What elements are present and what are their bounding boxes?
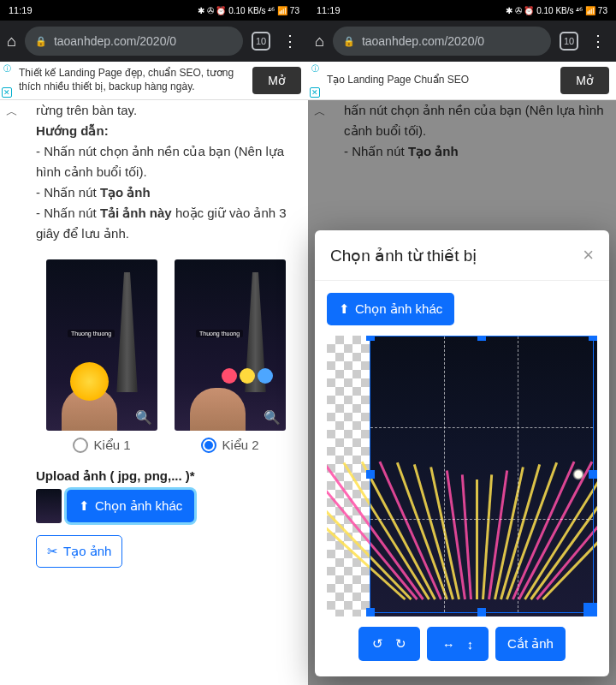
radio-checked-icon[interactable] xyxy=(201,438,216,453)
crop-handle[interactable] xyxy=(589,470,597,479)
crop-handle[interactable] xyxy=(477,608,486,616)
rotate-right-icon: ↻ xyxy=(395,636,406,652)
create-image-button[interactable]: ✂ Tạo ảnh xyxy=(36,535,122,568)
ad-text: Thiết kế Landing Page đẹp, chuẩn SEO, tư… xyxy=(7,67,246,93)
url-text: taoanhdep.com/2020/0 xyxy=(54,34,176,48)
tab-switcher[interactable]: 10 xyxy=(560,32,578,51)
clock: 11:19 xyxy=(9,5,33,15)
upload-icon: ⬆ xyxy=(79,498,90,514)
upload-icon: ⬆ xyxy=(339,301,350,317)
style-1-preview: Thuong thuong xyxy=(46,259,157,431)
clock: 11:19 xyxy=(317,5,341,15)
ad-close-icon[interactable]: ✕ xyxy=(2,87,12,98)
close-icon[interactable]: × xyxy=(583,244,594,266)
ad-close-icon[interactable]: ✕ xyxy=(310,87,320,98)
choose-image-button[interactable]: ⬆ Chọn ảnh khác xyxy=(67,490,194,522)
crop-handle[interactable] xyxy=(366,470,375,479)
status-icons: ✱ ✇ ⏰ 0.10 KB/s ⁴⁶ 📶 73 xyxy=(198,6,299,15)
style-2-preview: Thuong thuong xyxy=(175,259,286,431)
tab-switcher[interactable]: 10 xyxy=(252,32,270,51)
crop-button[interactable]: Cắt ảnh xyxy=(495,627,566,661)
crop-handle[interactable] xyxy=(366,336,375,341)
crop-selection[interactable] xyxy=(370,336,594,613)
rotate-buttons[interactable]: ↺ ↻ xyxy=(358,627,420,661)
upload-label: Upload ảnh ( jpg, png,... )* xyxy=(24,460,308,489)
flip-vertical-icon: ↕ xyxy=(467,637,474,652)
rotate-left-icon: ↺ xyxy=(372,636,383,652)
style-option-2[interactable]: Thuong thuong Kiểu 2 xyxy=(175,259,286,453)
style-option-1[interactable]: Thuong thuong Kiểu 1 xyxy=(46,259,157,453)
crop-handle[interactable] xyxy=(366,608,375,616)
ad-info-icon[interactable]: ⓘ xyxy=(2,63,12,74)
crop-canvas[interactable] xyxy=(327,336,597,616)
home-icon[interactable]: ⌂ xyxy=(7,33,16,51)
article-body: rừng trên bàn tay. Hướng dẫn: - Nhấn nút… xyxy=(24,100,308,244)
crop-handle[interactable] xyxy=(477,336,486,341)
home-icon[interactable]: ⌂ xyxy=(315,33,324,51)
choose-other-image-button[interactable]: ⬆ Chọn ảnh khác xyxy=(327,293,454,325)
browser-toolbar: ⌂ 🔒 taoanhdep.com/2020/0 10 ⋮ xyxy=(308,21,616,62)
ad-text: Tạo Landing Page Chuẩn SEO xyxy=(315,74,554,87)
status-bar: 11:19 ✱ ✇ ⏰ 0.10 KB/s ⁴⁶ 📶 73 xyxy=(0,0,308,21)
menu-icon[interactable]: ⋮ xyxy=(587,32,609,51)
ad-banner: ⓘ ✕ Tạo Landing Page Chuẩn SEO Mở xyxy=(308,62,616,100)
crop-handle[interactable] xyxy=(583,603,597,616)
status-bar: 11:19 ✱ ✇ ⏰ 0.10 KB/s ⁴⁶ 📶 73 xyxy=(308,0,616,21)
url-bar[interactable]: 🔒 taoanhdep.com/2020/0 xyxy=(25,27,243,56)
crop-handle[interactable] xyxy=(589,336,597,341)
menu-icon[interactable]: ⋮ xyxy=(279,32,301,51)
radio-unchecked-icon[interactable] xyxy=(73,438,88,453)
ad-open-button[interactable]: Mở xyxy=(560,67,609,94)
url-bar[interactable]: 🔒 taoanhdep.com/2020/0 xyxy=(333,27,551,56)
ad-info-icon[interactable]: ⓘ xyxy=(310,63,320,74)
ad-open-button[interactable]: Mở xyxy=(252,67,301,94)
url-text: taoanhdep.com/2020/0 xyxy=(362,34,484,48)
upload-thumbnail xyxy=(36,489,62,523)
browser-toolbar: ⌂ 🔒 taoanhdep.com/2020/0 10 ⋮ xyxy=(0,21,308,62)
collapse-icon[interactable]: ︿ xyxy=(0,100,24,124)
lock-icon: 🔒 xyxy=(35,36,47,47)
status-icons: ✱ ✇ ⏰ 0.10 KB/s ⁴⁶ 📶 73 xyxy=(506,6,607,15)
lock-icon: 🔒 xyxy=(343,36,355,47)
image-picker-modal: Chọn ảnh từ thiết bị × ⬆ Chọn ảnh khác xyxy=(315,230,609,676)
scissors-icon: ✂ xyxy=(47,544,58,559)
modal-title: Chọn ảnh từ thiết bị xyxy=(330,246,477,265)
flip-buttons[interactable]: ↔ ↕ xyxy=(427,627,489,661)
ad-banner: ⓘ ✕ Thiết kế Landing Page đẹp, chuẩn SEO… xyxy=(0,62,308,100)
flip-horizontal-icon: ↔ xyxy=(442,637,455,652)
